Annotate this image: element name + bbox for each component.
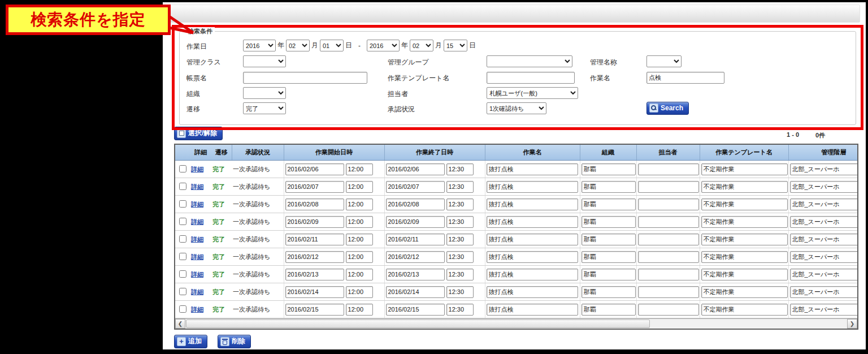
end-date-input[interactable] xyxy=(386,251,445,263)
end-date-input[interactable] xyxy=(386,286,445,298)
approval-status-select[interactable]: 1次確認待ち xyxy=(487,102,546,114)
organization-select[interactable] xyxy=(243,87,286,99)
form-name-input[interactable] xyxy=(243,72,367,84)
to-month-select[interactable]: 02 xyxy=(410,40,433,51)
start-date-input[interactable] xyxy=(285,251,344,263)
detail-link[interactable]: 詳細 xyxy=(191,253,203,260)
row-checkbox[interactable] xyxy=(179,305,186,313)
from-month-select[interactable]: 02 xyxy=(286,40,310,51)
organization-cell-input[interactable] xyxy=(581,234,636,245)
assignee-select[interactable]: 札幌ユーザ(一般) xyxy=(487,87,578,99)
start-time-input[interactable] xyxy=(346,269,373,280)
assignee-cell-input[interactable] xyxy=(638,304,699,316)
assignee-cell-input[interactable] xyxy=(638,181,699,193)
start-time-input[interactable] xyxy=(346,286,373,298)
start-date-input[interactable] xyxy=(285,269,344,280)
end-time-input[interactable] xyxy=(446,181,474,193)
hierarchy-cell-input[interactable] xyxy=(790,234,859,245)
start-time-input[interactable] xyxy=(346,181,373,193)
assignee-cell-input[interactable] xyxy=(638,163,699,175)
search-button[interactable]: Search xyxy=(646,102,689,115)
start-time-input[interactable] xyxy=(346,304,373,316)
end-date-input[interactable] xyxy=(386,198,445,210)
hierarchy-cell-input[interactable] xyxy=(790,286,859,298)
work-name-cell-input[interactable] xyxy=(487,269,578,280)
to-year-select[interactable]: 2016 xyxy=(367,40,400,51)
mgmt-group-select[interactable] xyxy=(487,55,572,67)
detail-link[interactable]: 詳細 xyxy=(191,218,203,225)
start-time-input[interactable] xyxy=(346,251,373,263)
start-date-input[interactable] xyxy=(285,304,344,316)
mgmt-name-select[interactable] xyxy=(646,55,682,67)
organization-cell-input[interactable] xyxy=(581,269,636,280)
row-checkbox[interactable] xyxy=(179,235,186,243)
start-time-input[interactable] xyxy=(346,216,373,228)
row-checkbox[interactable] xyxy=(179,165,186,172)
work-name-cell-input[interactable] xyxy=(487,181,578,193)
assignee-cell-input[interactable] xyxy=(638,251,699,263)
mgmt-class-select[interactable] xyxy=(243,55,286,67)
from-day-select[interactable]: 01 xyxy=(320,40,344,51)
template-cell-input[interactable] xyxy=(701,216,788,228)
organization-cell-input[interactable] xyxy=(581,198,636,210)
end-time-input[interactable] xyxy=(446,269,474,280)
transition-select[interactable]: 完了 xyxy=(243,102,286,114)
organization-cell-input[interactable] xyxy=(581,181,636,193)
work-name-cell-input[interactable] xyxy=(487,251,578,263)
start-date-input[interactable] xyxy=(285,163,344,175)
template-cell-input[interactable] xyxy=(701,181,788,193)
start-date-input[interactable] xyxy=(285,198,344,210)
hierarchy-cell-input[interactable] xyxy=(790,216,859,228)
hierarchy-cell-input[interactable] xyxy=(790,163,859,175)
row-checkbox[interactable] xyxy=(179,270,186,278)
template-name-input[interactable] xyxy=(487,72,575,84)
horizontal-scrollbar[interactable]: ❮ ❯ xyxy=(175,318,857,329)
end-date-input[interactable] xyxy=(386,269,445,280)
detail-link[interactable]: 詳細 xyxy=(191,183,203,190)
start-date-input[interactable] xyxy=(285,181,344,193)
organization-cell-input[interactable] xyxy=(581,216,636,228)
end-date-input[interactable] xyxy=(386,216,445,228)
end-date-input[interactable] xyxy=(386,234,445,245)
organization-cell-input[interactable] xyxy=(581,163,636,175)
assignee-cell-input[interactable] xyxy=(638,198,699,210)
hierarchy-cell-input[interactable] xyxy=(790,304,859,316)
start-time-input[interactable] xyxy=(346,198,373,210)
organization-cell-input[interactable] xyxy=(581,251,636,263)
end-time-input[interactable] xyxy=(446,304,474,316)
row-checkbox[interactable] xyxy=(179,253,186,260)
assignee-cell-input[interactable] xyxy=(638,286,699,298)
end-time-input[interactable] xyxy=(446,251,474,263)
template-cell-input[interactable] xyxy=(701,269,788,280)
detail-link[interactable]: 詳細 xyxy=(191,201,203,208)
organization-cell-input[interactable] xyxy=(581,286,636,298)
assignee-cell-input[interactable] xyxy=(638,269,699,280)
row-checkbox[interactable] xyxy=(179,218,186,225)
assignee-cell-input[interactable] xyxy=(638,216,699,228)
add-button[interactable]: + 追加 xyxy=(174,335,207,348)
hierarchy-cell-input[interactable] xyxy=(790,198,859,210)
end-time-input[interactable] xyxy=(446,234,474,245)
scrollbar-thumb[interactable] xyxy=(186,320,650,328)
work-name-cell-input[interactable] xyxy=(487,216,578,228)
end-date-input[interactable] xyxy=(386,304,445,316)
template-cell-input[interactable] xyxy=(701,163,788,175)
end-date-input[interactable] xyxy=(386,181,445,193)
to-day-select[interactable]: 15 xyxy=(444,40,467,51)
scroll-left-button[interactable]: ❮ xyxy=(175,319,185,329)
work-name-cell-input[interactable] xyxy=(487,163,578,175)
work-name-cell-input[interactable] xyxy=(487,198,578,210)
work-name-input[interactable] xyxy=(646,72,724,84)
template-cell-input[interactable] xyxy=(701,286,788,298)
from-year-select[interactable]: 2016 xyxy=(243,40,276,51)
row-checkbox[interactable] xyxy=(179,288,186,295)
start-date-input[interactable] xyxy=(285,286,344,298)
end-date-input[interactable] xyxy=(386,163,445,175)
organization-cell-input[interactable] xyxy=(581,304,636,316)
row-checkbox[interactable] xyxy=(179,200,186,208)
end-time-input[interactable] xyxy=(446,216,474,228)
delete-button[interactable]: 削除 xyxy=(218,335,251,348)
detail-link[interactable]: 詳細 xyxy=(191,288,203,295)
hierarchy-cell-input[interactable] xyxy=(790,181,859,193)
detail-link[interactable]: 詳細 xyxy=(191,306,203,313)
